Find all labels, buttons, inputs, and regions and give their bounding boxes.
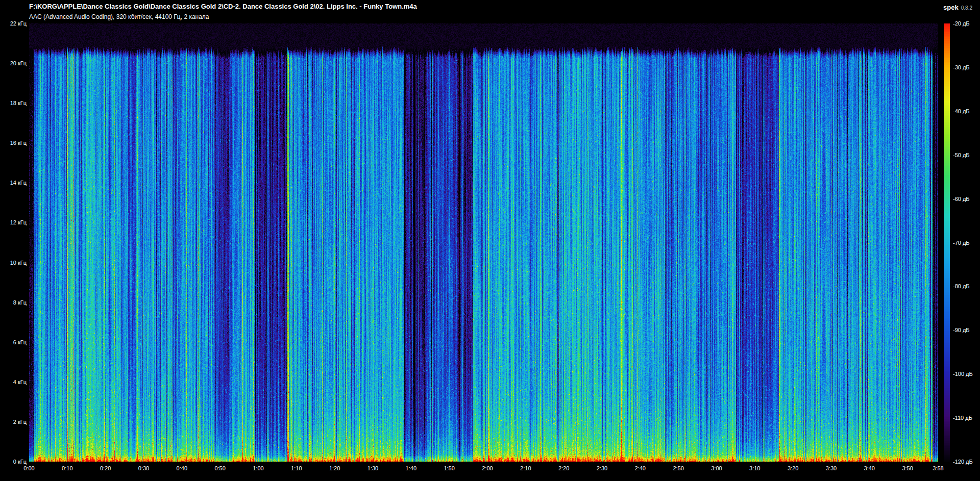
time-tick-label: 3:10 bbox=[742, 465, 768, 472]
freq-tick-label: 8 кГц bbox=[0, 299, 27, 306]
freq-tick-label: 4 кГц bbox=[0, 378, 27, 386]
db-tick-label: -20 дБ bbox=[953, 20, 970, 27]
time-tick-label: 0:00 bbox=[16, 465, 42, 472]
spectrogram-canvas bbox=[29, 23, 938, 462]
app-name: spek bbox=[943, 4, 959, 11]
time-tick-label: 0:50 bbox=[207, 465, 233, 472]
db-tick-label: -120 дБ bbox=[953, 458, 973, 465]
db-tick-label: -110 дБ bbox=[953, 414, 972, 421]
db-tick-label: -50 дБ bbox=[953, 151, 970, 159]
db-tick-label: -80 дБ bbox=[953, 283, 970, 290]
freq-tick-label: 16 кГц bbox=[0, 139, 27, 146]
time-tick-label: 2:10 bbox=[513, 465, 538, 472]
db-tick-label: -60 дБ bbox=[953, 195, 970, 202]
freq-tick-label: 12 кГц bbox=[0, 219, 27, 226]
freq-tick-label: 14 кГц bbox=[0, 179, 27, 186]
time-tick-label: 1:50 bbox=[436, 465, 462, 472]
time-tick-label: 2:20 bbox=[551, 465, 577, 472]
app-brand: spek0.8.2 bbox=[943, 3, 972, 12]
freq-tick-label: 20 кГц bbox=[0, 60, 27, 67]
db-tick-label: -30 дБ bbox=[953, 64, 970, 71]
time-tick-label: 2:30 bbox=[589, 465, 615, 472]
time-tick-label: 0:30 bbox=[131, 465, 156, 472]
freq-tick-label: 22 кГц bbox=[0, 20, 27, 27]
colorbar-gradient bbox=[944, 23, 950, 462]
time-tick-label: 3:40 bbox=[856, 465, 882, 472]
freq-tick-label: 2 кГц bbox=[0, 418, 27, 425]
time-tick-label: 2:40 bbox=[627, 465, 653, 472]
freq-tick-label: 10 кГц bbox=[0, 259, 27, 266]
time-tick-label: 3:30 bbox=[818, 465, 844, 472]
freq-tick-label: 0 кГц bbox=[0, 458, 27, 465]
freq-tick-label: 6 кГц bbox=[0, 339, 27, 346]
db-tick-label: -40 дБ bbox=[953, 108, 970, 115]
time-tick-label: 1:00 bbox=[246, 465, 271, 472]
time-tick-label: 3:58 bbox=[925, 465, 951, 472]
app-version: 0.8.2 bbox=[961, 5, 972, 11]
time-tick-label: 0:40 bbox=[169, 465, 194, 472]
codec-info-line: AAC (Advanced Audio Coding), 320 кбит/се… bbox=[29, 13, 209, 20]
db-tick-label: -100 дБ bbox=[953, 370, 973, 377]
time-tick-label: 1:10 bbox=[284, 465, 309, 472]
time-tick-label: 3:00 bbox=[704, 465, 729, 472]
db-tick-label: -70 дБ bbox=[953, 239, 970, 246]
time-tick-label: 3:50 bbox=[895, 465, 920, 472]
time-tick-label: 1:30 bbox=[360, 465, 385, 472]
time-tick-label: 1:20 bbox=[322, 465, 348, 472]
time-tick-label: 0:20 bbox=[93, 465, 118, 472]
time-tick-label: 2:50 bbox=[666, 465, 691, 472]
db-tick-label: -90 дБ bbox=[953, 326, 970, 334]
time-tick-label: 3:20 bbox=[780, 465, 806, 472]
freq-tick-label: 18 кГц bbox=[0, 99, 27, 107]
spek-window: F:\KORG\APPLE\Dance Classics Gold\Dance … bbox=[0, 0, 980, 481]
time-tick-label: 0:10 bbox=[55, 465, 80, 472]
time-tick-label: 2:00 bbox=[475, 465, 500, 472]
time-tick-label: 1:40 bbox=[398, 465, 424, 472]
file-path-title: F:\KORG\APPLE\Dance Classics Gold\Dance … bbox=[29, 3, 417, 10]
